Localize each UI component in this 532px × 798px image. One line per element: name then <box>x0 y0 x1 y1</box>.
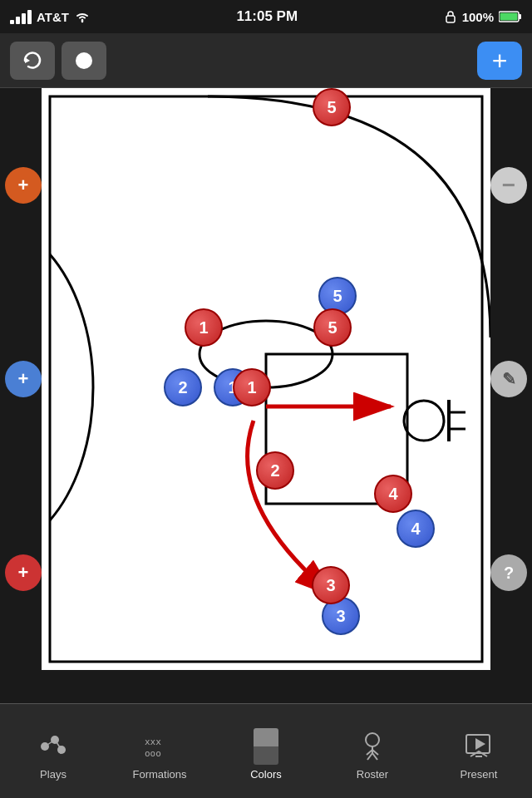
battery-label: 100% <box>462 10 494 24</box>
svg-rect-2 <box>519 14 521 19</box>
present-label: Present <box>461 768 498 781</box>
plays-icon-svg <box>37 732 70 761</box>
svg-rect-0 <box>446 16 455 22</box>
wifi-icon <box>74 10 91 23</box>
present-icon <box>461 728 497 765</box>
roster-icon <box>354 728 391 765</box>
svg-text:ooo: ooo <box>145 748 161 759</box>
refresh-icon <box>21 49 44 72</box>
svg-text:xxx: xxx <box>145 736 161 747</box>
tab-roster[interactable]: Roster <box>319 704 426 798</box>
tab-colors[interactable]: Colors <box>213 704 319 798</box>
colors-label: Colors <box>250 768 282 781</box>
player-red-1b[interactable]: 1 <box>233 368 271 406</box>
formations-icon: xxx ooo <box>141 728 178 765</box>
side-buttons-right: − ✎ ? <box>490 88 527 670</box>
player-red-5b[interactable]: 5 <box>313 308 352 347</box>
roster-icon-svg <box>356 732 389 761</box>
present-icon-svg <box>462 732 495 761</box>
plays-label: Plays <box>40 768 66 781</box>
pencil-button[interactable]: ✎ <box>490 361 527 397</box>
svg-marker-31 <box>475 738 485 750</box>
status-bar: AT&T 11:05 PM 100% <box>0 0 532 33</box>
signal-icon <box>10 10 32 24</box>
battery-icon <box>499 11 522 22</box>
toolbar-left <box>10 42 106 80</box>
player-red-5[interactable]: 5 <box>313 88 351 126</box>
status-right: 100% <box>444 10 522 24</box>
red-add-button[interactable]: + <box>5 554 42 591</box>
player-red-1[interactable]: 1 <box>185 308 223 347</box>
svg-point-23 <box>366 733 379 746</box>
tab-plays[interactable]: Plays <box>0 704 106 798</box>
svg-point-9 <box>404 401 444 441</box>
formations-icon-svg: xxx ooo <box>143 732 176 761</box>
circle-icon <box>72 49 96 72</box>
svg-rect-3 <box>500 13 518 21</box>
svg-marker-4 <box>25 57 30 63</box>
basketball-court: 2 1 5 4 3 1 1 2 5 5 3 4 <box>42 88 490 670</box>
player-blue-2[interactable]: 2 <box>164 368 202 406</box>
carrier-label: AT&T <box>37 10 69 24</box>
court-container: + + + <box>0 88 532 670</box>
tab-formations[interactable]: xxx ooo Formations <box>106 704 213 798</box>
tab-bar: Plays xxx ooo Formations Colors <box>0 703 532 798</box>
roster-label: Roster <box>357 768 388 781</box>
toolbar: + <box>0 33 532 88</box>
svg-point-5 <box>76 52 92 69</box>
player-red-2[interactable]: 2 <box>256 451 294 490</box>
side-buttons-left: + + + <box>5 88 42 670</box>
add-icon: + <box>492 47 508 74</box>
colors-icon <box>248 728 284 765</box>
lock-icon <box>444 10 457 23</box>
blue-add-button[interactable]: + <box>5 361 42 397</box>
colors-icon-rect <box>254 728 278 765</box>
tab-present[interactable]: Present <box>426 704 532 798</box>
add-button[interactable]: + <box>477 42 522 80</box>
time-display: 11:05 PM <box>236 8 298 25</box>
status-left: AT&T <box>10 10 91 24</box>
player-blue-4[interactable]: 4 <box>397 510 435 548</box>
refresh-button[interactable] <box>10 42 55 80</box>
plays-icon <box>35 728 71 765</box>
circle-button[interactable] <box>62 42 106 80</box>
formations-label: Formations <box>132 768 186 781</box>
orange-add-button[interactable]: + <box>5 167 42 204</box>
help-button[interactable]: ? <box>490 554 527 591</box>
player-red-3[interactable]: 3 <box>312 566 350 604</box>
minus-button[interactable]: − <box>490 167 527 204</box>
player-red-4[interactable]: 4 <box>374 475 412 513</box>
